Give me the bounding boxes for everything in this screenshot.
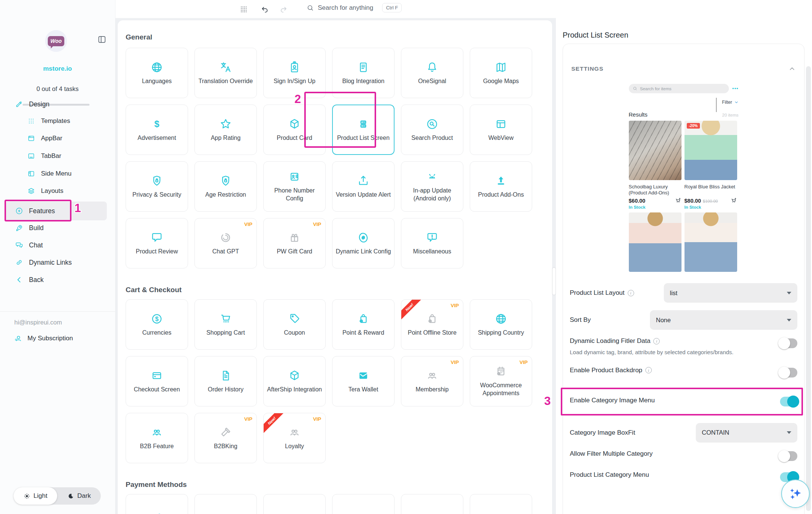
feature-card-blog-integration[interactable]: Blog Integration bbox=[332, 48, 395, 98]
gift-icon bbox=[288, 231, 301, 244]
my-subscription-link[interactable]: My Subscription bbox=[14, 334, 73, 343]
feature-card-pw-gift-card[interactable]: VIPPW Gift Card bbox=[263, 218, 326, 268]
feature-card-in-app-update-android-only-[interactable]: In-app Update (Android only) bbox=[401, 161, 463, 212]
feature-card-payment[interactable] bbox=[126, 494, 188, 514]
feature-card-point-offline-store[interactable]: New!VIPPoint Offline Store bbox=[401, 299, 463, 350]
feature-card-dynamic-link-config[interactable]: Dynamic Link Config bbox=[332, 218, 395, 268]
toggle-enable-product-backdrop[interactable] bbox=[780, 368, 797, 378]
feature-card-app-rating[interactable]: App Rating bbox=[194, 105, 257, 155]
select-category-image-boxfit[interactable]: CONTAIN bbox=[696, 423, 797, 443]
feature-card-languages[interactable]: Languages bbox=[126, 48, 188, 98]
redo-icon[interactable] bbox=[279, 5, 288, 14]
warnbubble-icon bbox=[426, 231, 439, 244]
sidebar-item-back[interactable]: Back bbox=[15, 272, 44, 287]
sidebar-item-dynamic-links[interactable]: Dynamic Links bbox=[15, 255, 72, 270]
chevron-up-icon[interactable] bbox=[788, 65, 796, 73]
field-row-dynamic-loading-fitler-data: Dynamic Loading Fitler DataiLoad dynamic… bbox=[570, 337, 797, 356]
info-icon[interactable]: i bbox=[645, 367, 652, 373]
chevron-down-icon bbox=[787, 431, 791, 434]
sidebar-item-features[interactable]: Features bbox=[15, 203, 55, 218]
info-icon[interactable]: i bbox=[653, 338, 660, 344]
feature-card-loyalty[interactable]: New!VIPLoyalty bbox=[263, 413, 326, 463]
feature-card-membership[interactable]: VIPMembership bbox=[401, 356, 463, 406]
product-old-price: $100.00 bbox=[703, 199, 718, 203]
global-search-input[interactable]: Search for anything Ctrl F bbox=[307, 3, 402, 12]
sidebar-collapse-icon[interactable] bbox=[97, 35, 107, 44]
feature-card-phone-number-config[interactable]: Phone Number Config bbox=[263, 161, 326, 212]
theme-light-button[interactable]: Light bbox=[14, 487, 57, 505]
vip-badge: VIP bbox=[244, 416, 252, 422]
app-grid-icon[interactable] bbox=[240, 5, 248, 14]
theme-dark-button[interactable]: Dark bbox=[57, 487, 101, 505]
feature-card-tera-wallet[interactable]: Tera Wallet bbox=[332, 356, 395, 406]
feature-card-privacy-security[interactable]: Privacy & Security bbox=[126, 161, 188, 212]
section-title: Cart & Checkout bbox=[126, 286, 544, 294]
sidebar-item-chat[interactable]: Chat bbox=[15, 238, 43, 253]
sidebar: Woo mstore.io 0 out of 4 tasks DesignTem… bbox=[0, 0, 115, 514]
feature-card-payment[interactable] bbox=[263, 494, 326, 514]
select-value: list bbox=[670, 290, 677, 297]
feature-card-miscellaneous[interactable]: Miscellaneous bbox=[401, 218, 463, 268]
feature-card-product-list-screen[interactable]: Product List Screen bbox=[332, 105, 395, 155]
feature-card-age-restriction[interactable]: Age Restriction bbox=[194, 161, 257, 212]
feature-card-order-history[interactable]: Order History bbox=[194, 356, 257, 406]
feature-card-coupon[interactable]: Coupon bbox=[263, 299, 326, 350]
feature-card-label: Version Update Alert bbox=[333, 191, 394, 199]
site-name[interactable]: mstore.io bbox=[0, 65, 115, 73]
feature-card-b2b-feature[interactable]: B2B Feature bbox=[126, 413, 188, 463]
feature-card-advertisement[interactable]: $Advertisement bbox=[126, 105, 188, 155]
feature-card-translation-override[interactable]: Translation Override bbox=[194, 48, 257, 98]
product-name: Royal Blue Bliss Jacket bbox=[685, 184, 737, 196]
toggle-dynamic-loading-fitler-data[interactable] bbox=[780, 338, 797, 348]
appbar-icon bbox=[27, 134, 35, 143]
map-icon bbox=[495, 61, 507, 74]
toggle-allow-filter-multiple-category[interactable] bbox=[780, 451, 797, 461]
sidebar-item-tabbar[interactable]: TabBar bbox=[27, 149, 61, 164]
panel-scrollbar-track[interactable] bbox=[806, 66, 811, 511]
feature-card-product-add-ons[interactable]: Product Add-Ons bbox=[470, 161, 532, 212]
sidebar-item-build[interactable]: Build bbox=[15, 220, 44, 235]
feature-card-sign-in-sign-up[interactable]: Sign In/Sign Up bbox=[263, 48, 326, 98]
feature-card-product-review[interactable]: Product Review bbox=[126, 218, 188, 268]
feature-card-payment[interactable] bbox=[470, 494, 532, 514]
feature-card-aftership-integration[interactable]: AfterShip Integration bbox=[263, 356, 326, 406]
sidebar-item-label: Build bbox=[29, 224, 44, 232]
feature-card-point-reward[interactable]: Point & Reward bbox=[332, 299, 395, 350]
vertical-scrollbar[interactable] bbox=[552, 268, 555, 295]
sidebar-item-layouts[interactable]: Layouts bbox=[27, 183, 64, 199]
sidebar-item-templates[interactable]: Templates bbox=[27, 114, 70, 129]
select-product-list-layout[interactable]: list bbox=[664, 283, 797, 303]
undo-icon[interactable] bbox=[261, 5, 269, 14]
feature-card-version-update-alert[interactable]: Version Update Alert bbox=[332, 161, 395, 212]
feature-card-google-maps[interactable]: Google Maps bbox=[470, 48, 532, 98]
feature-card-payment[interactable] bbox=[332, 494, 395, 514]
sidebar-item-side-menu[interactable]: Side Menu bbox=[27, 166, 71, 181]
feature-card-label: OneSignal bbox=[415, 77, 449, 85]
layers-icon bbox=[27, 187, 35, 195]
feature-card-chat-gpt[interactable]: VIPChat GPT bbox=[194, 218, 257, 268]
feature-card-currencies[interactable]: $Currencies bbox=[126, 299, 188, 350]
toggle-enable-category-image-menu[interactable] bbox=[780, 397, 797, 406]
feature-card-webview[interactable]: WebView bbox=[470, 105, 532, 155]
select-sort-by[interactable]: None bbox=[650, 310, 797, 330]
sidebar-item-label: Design bbox=[29, 100, 49, 108]
doclines-icon bbox=[357, 61, 370, 74]
sidebar-item-appbar[interactable]: AppBar bbox=[27, 131, 62, 146]
feature-card-search-product[interactable]: Search Product bbox=[401, 105, 463, 155]
bagplus-icon bbox=[357, 312, 370, 325]
feature-card-product-card[interactable]: Product Card bbox=[263, 105, 326, 155]
feature-card-payment[interactable] bbox=[401, 494, 463, 514]
feature-card-woocommerce-appointments[interactable]: VIPWooCommerce Appointments bbox=[470, 356, 532, 406]
sidebar-item-design[interactable]: Design bbox=[15, 97, 49, 112]
feature-card-onesignal[interactable]: OneSignal bbox=[401, 48, 463, 98]
info-icon[interactable]: i bbox=[628, 290, 634, 296]
feature-card-shopping-cart[interactable]: Shopping Cart bbox=[194, 299, 257, 350]
feature-card-checkout-screen[interactable]: Checkout Screen bbox=[126, 356, 188, 406]
ai-assistant-button[interactable] bbox=[781, 479, 810, 508]
sidebar-item-label: Features bbox=[29, 207, 55, 215]
product-price: $80.00$100.00 bbox=[685, 198, 718, 204]
feature-card-shipping-country[interactable]: Shipping Country bbox=[470, 299, 532, 350]
feature-card-b2bking[interactable]: VIPB2BKing bbox=[194, 413, 257, 463]
webview-icon bbox=[495, 118, 507, 130]
feature-card-payment[interactable] bbox=[194, 494, 257, 514]
